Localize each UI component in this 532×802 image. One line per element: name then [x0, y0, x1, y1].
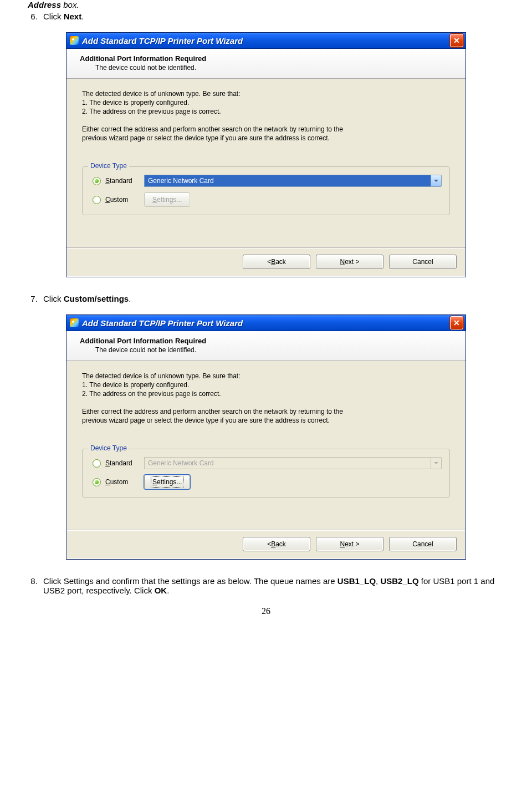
window-title: Add Standard TCP/IP Printer Port Wizard: [82, 36, 450, 45]
body-either-1: Either correct the address and perform a…: [82, 125, 450, 133]
next-button[interactable]: Next >: [316, 537, 383, 551]
dialog-header: Additional Port Information Required The…: [66, 331, 466, 361]
page-number: 26: [22, 606, 510, 616]
custom-radio[interactable]: [93, 196, 101, 204]
body-either-1: Either correct the address and perform a…: [82, 408, 450, 415]
standard-label[interactable]: Standard: [105, 177, 144, 185]
wizard-icon: [70, 318, 79, 327]
dialog-footer: < Back Next > Cancel: [66, 530, 466, 559]
close-icon: ✕: [453, 36, 460, 45]
wizard-icon: [70, 36, 79, 45]
device-type-combo[interactable]: Generic Network Card: [144, 175, 442, 187]
standard-radio[interactable]: [93, 459, 101, 468]
body-either-2: previous wizard page or select the devic…: [82, 417, 450, 424]
group-legend: Device Type: [88, 444, 129, 452]
header-subtitle: The device could not be identified.: [80, 64, 452, 72]
custom-radio[interactable]: [93, 478, 101, 486]
titlebar[interactable]: Add Standard TCP/IP Printer Port Wizard …: [66, 315, 466, 331]
device-type-group: Device Type Standard Generic Network Car…: [82, 449, 450, 498]
dialog-body: The detected device is of unknown type. …: [66, 79, 466, 234]
standard-label[interactable]: Standard: [105, 459, 144, 467]
cancel-button[interactable]: Cancel: [389, 255, 457, 269]
custom-label[interactable]: Custom: [105, 196, 144, 204]
combo-dropdown-button: [431, 457, 442, 469]
wizard-dialog-2: Add Standard TCP/IP Printer Port Wizard …: [66, 314, 466, 560]
combo-value: Generic Network Card: [144, 457, 431, 469]
combo-value: Generic Network Card: [144, 175, 431, 187]
combo-dropdown-button[interactable]: [431, 175, 442, 187]
next-button[interactable]: Next >: [316, 255, 383, 269]
standard-radio[interactable]: [93, 177, 101, 185]
close-button[interactable]: ✕: [450, 316, 463, 329]
titlebar[interactable]: Add Standard TCP/IP Printer Port Wizard …: [66, 33, 466, 49]
settings-button[interactable]: Settings...: [144, 475, 190, 489]
group-legend: Device Type: [88, 162, 129, 170]
back-button[interactable]: < Back: [243, 255, 310, 269]
close-icon: ✕: [453, 318, 460, 327]
back-button[interactable]: < Back: [243, 537, 310, 551]
body-line-3: 2. The address on the previous page is c…: [82, 108, 450, 115]
header-title: Additional Port Information Required: [80, 54, 452, 63]
dialog-footer: < Back Next > Cancel: [66, 247, 466, 277]
cancel-button[interactable]: Cancel: [389, 537, 457, 551]
intro-italic: box.: [61, 0, 79, 9]
intro-bold: Address: [28, 0, 61, 9]
body-line-2: 1. The device is properly configured.: [82, 381, 450, 389]
device-type-combo: Generic Network Card: [144, 457, 442, 469]
window-title: Add Standard TCP/IP Printer Port Wizard: [82, 318, 450, 328]
chevron-down-icon: [434, 180, 438, 182]
custom-label[interactable]: Custom: [105, 478, 144, 486]
step-8: Click Settings and confirm that the sett…: [40, 576, 510, 595]
dialog-header: Additional Port Information Required The…: [66, 49, 466, 79]
chevron-down-icon: [434, 462, 438, 464]
step-6: Click Next.: [40, 12, 510, 21]
step-7: Click Custom/settings.: [40, 294, 510, 303]
settings-button: Settings...: [144, 192, 190, 207]
body-either-2: previous wizard page or select the devic…: [82, 134, 450, 142]
header-title: Additional Port Information Required: [80, 337, 452, 345]
body-line-1: The detected device is of unknown type. …: [82, 90, 450, 98]
body-line-3: 2. The address on the previous page is c…: [82, 390, 450, 398]
close-button[interactable]: ✕: [450, 34, 463, 47]
intro-line: Address box.: [22, 0, 510, 9]
body-line-1: The detected device is of unknown type. …: [82, 372, 450, 380]
device-type-group: Device Type Standard Generic Network Car…: [82, 166, 450, 215]
header-subtitle: The device could not be identified.: [80, 346, 452, 354]
body-line-2: 1. The device is properly configured.: [82, 99, 450, 106]
wizard-dialog-1: Add Standard TCP/IP Printer Port Wizard …: [66, 32, 466, 277]
dialog-body: The detected device is of unknown type. …: [66, 361, 466, 516]
